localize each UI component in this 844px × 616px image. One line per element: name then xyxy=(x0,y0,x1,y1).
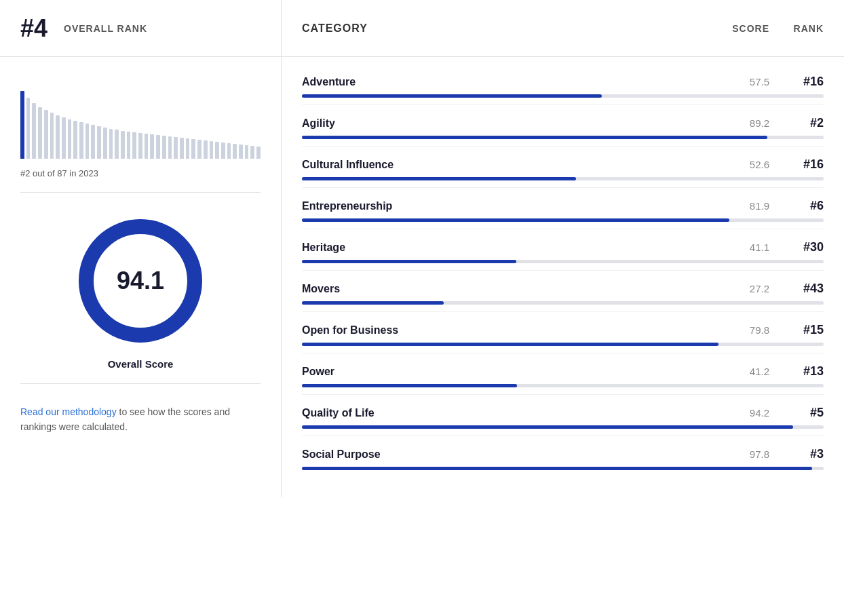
category-row: Cultural Influence52.6#16 xyxy=(302,147,824,188)
main-content: #2 out of 87 in 2023 94.1 Overall Score … xyxy=(0,57,844,497)
score-rank-values: 57.5#16 xyxy=(729,75,824,89)
chart-bar xyxy=(256,147,261,159)
chart-bar xyxy=(210,141,214,159)
category-name: Heritage xyxy=(302,242,345,254)
methodology-text: Read our methodology to see how the scor… xyxy=(20,404,261,435)
chart-bar xyxy=(168,136,172,159)
progress-bar-bg xyxy=(302,467,824,470)
chart-bar xyxy=(156,135,160,159)
score-rank-values: 41.2#13 xyxy=(729,364,824,379)
category-top: Agility89.2#2 xyxy=(302,116,824,130)
chart-bar xyxy=(62,117,66,159)
category-rank: #13 xyxy=(790,364,824,379)
methodology-link[interactable]: Read our methodology xyxy=(20,406,117,417)
progress-bar-fill xyxy=(302,94,602,98)
chart-bar xyxy=(97,126,101,159)
progress-bar-bg xyxy=(302,177,824,180)
chart-bar xyxy=(150,134,154,159)
progress-bar-fill xyxy=(302,343,718,346)
category-rank: #43 xyxy=(790,282,824,296)
category-top: Adventure57.5#16 xyxy=(302,75,824,89)
header: #4 OVERALL RANK CATEGORY SCORE RANK xyxy=(0,0,844,57)
chart-bar xyxy=(20,91,24,159)
category-name: Power xyxy=(302,366,334,378)
progress-bar-fill xyxy=(302,218,729,222)
category-row: Agility89.2#2 xyxy=(302,105,824,147)
category-score: 89.2 xyxy=(729,117,769,129)
progress-bar-bg xyxy=(302,260,824,263)
chart-bar xyxy=(121,131,125,159)
category-top: Cultural Influence52.6#16 xyxy=(302,157,824,172)
progress-bar-fill xyxy=(302,467,812,470)
progress-bar-bg xyxy=(302,218,824,222)
category-top: Movers27.2#43 xyxy=(302,282,824,296)
chart-bar xyxy=(79,122,83,159)
score-rank-values: 79.8#15 xyxy=(729,323,824,337)
score-rank-values: 81.9#6 xyxy=(729,199,824,213)
category-row: Movers27.2#43 xyxy=(302,271,824,312)
chart-bar xyxy=(85,123,90,159)
progress-bar-fill xyxy=(302,425,793,429)
category-score: 41.2 xyxy=(729,366,769,377)
category-row: Entrepreneurship81.9#6 xyxy=(302,188,824,229)
chart-bar xyxy=(56,115,60,159)
category-rank: #16 xyxy=(790,157,824,172)
chart-bar xyxy=(204,140,208,159)
category-rank: #3 xyxy=(790,447,824,461)
chart-bar xyxy=(132,132,136,159)
category-top: Entrepreneurship81.9#6 xyxy=(302,199,824,213)
donut-wrapper: 94.1 Overall Score xyxy=(20,213,261,370)
category-top: Heritage41.1#30 xyxy=(302,240,824,254)
score-rank-values: 27.2#43 xyxy=(729,282,824,296)
score-rank-values: 41.1#30 xyxy=(729,240,824,254)
category-score: 57.5 xyxy=(729,76,769,88)
chart-bar xyxy=(109,129,113,159)
chart-bar xyxy=(221,142,225,159)
progress-bar-bg xyxy=(302,136,824,139)
category-score: 41.1 xyxy=(729,242,769,253)
chart-bar xyxy=(68,119,72,159)
category-score: 79.8 xyxy=(729,324,769,336)
rank-col-label: RANK xyxy=(790,23,824,34)
sub-rank-text: #2 out of 87 in 2023 xyxy=(20,168,261,178)
category-row: Adventure57.5#16 xyxy=(302,64,824,105)
chart-bar xyxy=(162,136,166,159)
score-rank-values: 52.6#16 xyxy=(729,157,824,172)
category-score: 94.2 xyxy=(729,407,769,419)
category-row: Heritage41.1#30 xyxy=(302,229,824,271)
chart-bar xyxy=(197,140,202,159)
category-row: Quality of Life94.2#5 xyxy=(302,395,824,436)
score-rank-values: 94.2#5 xyxy=(729,406,824,420)
chart-bar xyxy=(26,98,31,159)
category-row: Social Purpose97.8#3 xyxy=(302,436,824,477)
category-name: Quality of Life xyxy=(302,407,375,419)
category-top: Social Purpose97.8#3 xyxy=(302,447,824,461)
category-name: Entrepreneurship xyxy=(302,200,392,212)
chart-bar xyxy=(127,132,131,159)
chart-bar xyxy=(73,121,77,159)
category-name: Cultural Influence xyxy=(302,159,394,171)
progress-bar-fill xyxy=(302,136,767,139)
chart-bar xyxy=(145,134,149,159)
left-panel: #2 out of 87 in 2023 94.1 Overall Score … xyxy=(0,57,282,497)
chart-bar xyxy=(91,125,95,159)
bar-chart xyxy=(20,77,261,159)
chart-bar xyxy=(215,142,219,159)
chart-bar xyxy=(180,138,184,159)
progress-bar-fill xyxy=(302,301,444,305)
category-name: Agility xyxy=(302,117,335,130)
progress-bar-bg xyxy=(302,301,824,305)
category-name: Social Purpose xyxy=(302,448,381,461)
chart-bar xyxy=(239,145,243,159)
chart-bar xyxy=(250,146,254,159)
category-top: Quality of Life94.2#5 xyxy=(302,406,824,420)
category-rank: #30 xyxy=(790,240,824,254)
category-rank: #6 xyxy=(790,199,824,213)
category-rank: #2 xyxy=(790,116,824,130)
progress-bar-fill xyxy=(302,177,576,180)
progress-bar-bg xyxy=(302,425,824,429)
chart-bar xyxy=(115,130,119,159)
donut-chart: 94.1 xyxy=(73,213,208,349)
chart-bar xyxy=(191,139,195,159)
progress-bar-bg xyxy=(302,94,824,98)
